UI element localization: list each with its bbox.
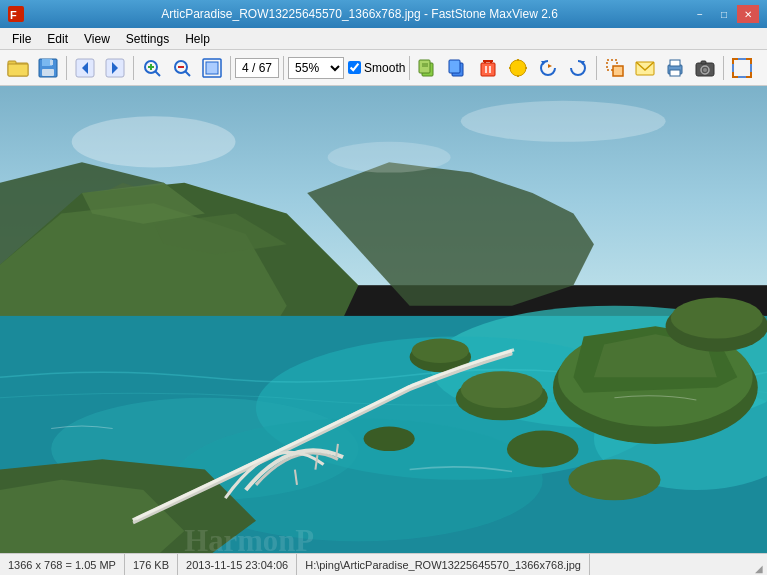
svg-rect-46 [670, 60, 680, 66]
open-folder-btn[interactable] [4, 54, 32, 82]
svg-point-79 [364, 427, 415, 452]
maximize-button[interactable]: □ [713, 5, 735, 23]
file-size: 176 KB [125, 554, 178, 575]
svg-point-86 [461, 101, 666, 142]
email-btn[interactable] [631, 54, 659, 82]
svg-text:F: F [10, 9, 17, 21]
rotate-right-btn[interactable] [564, 54, 592, 82]
save-btn[interactable] [34, 54, 62, 82]
smooth-label[interactable]: Smooth [364, 61, 405, 75]
menu-view[interactable]: View [76, 30, 118, 48]
title-bar: F ArticParadise_ROW13225645570_1366x768.… [0, 0, 767, 28]
svg-rect-52 [733, 59, 751, 77]
datetime: 2013-11-15 23:04:06 [178, 554, 297, 575]
svg-point-77 [507, 431, 579, 468]
svg-point-85 [72, 116, 236, 167]
zoom-dropdown[interactable]: 25% 33% 50% 55% 67% 75% 100% 150% 200% [288, 57, 344, 79]
image-area: HarmonP [0, 86, 767, 553]
svg-rect-7 [42, 69, 54, 76]
app-icon: F [8, 6, 24, 22]
svg-point-72 [671, 297, 763, 338]
image-display: HarmonP [0, 86, 767, 553]
minimize-button[interactable]: − [689, 5, 711, 23]
menu-bar: File Edit View Settings Help [0, 28, 767, 50]
svg-line-14 [155, 71, 160, 76]
resize-grip[interactable]: ◢ [755, 563, 767, 575]
status-bar: 1366 x 768 = 1.05 MP 176 KB 2013-11-15 2… [0, 553, 767, 575]
zoom-out-btn[interactable] [168, 54, 196, 82]
nav-counter: 4 / 67 [235, 58, 279, 78]
separator-7 [723, 56, 724, 80]
separator-5 [409, 56, 410, 80]
delete-btn[interactable] [474, 54, 502, 82]
window-title: ArticParadise_ROW13225645570_1366x768.jp… [30, 7, 689, 21]
svg-point-87 [328, 142, 451, 173]
smooth-checkbox[interactable] [348, 61, 361, 74]
menu-settings[interactable]: Settings [118, 30, 177, 48]
svg-point-78 [568, 459, 660, 500]
menu-file[interactable]: File [4, 30, 39, 48]
svg-point-76 [412, 338, 469, 363]
close-button[interactable]: ✕ [737, 5, 759, 23]
smooth-area: Smooth [348, 61, 405, 75]
svg-line-18 [185, 71, 190, 76]
menu-help[interactable]: Help [177, 30, 218, 48]
rotate-left-btn[interactable] [534, 54, 562, 82]
separator-4 [283, 56, 284, 80]
move-btn[interactable] [444, 54, 472, 82]
separator-3 [230, 56, 231, 80]
print-btn[interactable] [661, 54, 689, 82]
zoom-in-btn[interactable] [138, 54, 166, 82]
fullscreen-btn[interactable] [728, 54, 756, 82]
next-btn[interactable] [101, 54, 129, 82]
svg-rect-21 [206, 62, 218, 74]
separator-2 [133, 56, 134, 80]
svg-marker-40 [548, 64, 552, 68]
svg-rect-28 [481, 63, 495, 76]
svg-text:HarmonP: HarmonP [184, 524, 314, 553]
svg-point-50 [703, 68, 707, 72]
svg-rect-47 [670, 70, 680, 76]
svg-rect-51 [701, 61, 706, 64]
file-path: H:\ping\ArticParadise_ROW13225645570_136… [297, 554, 590, 575]
window-controls: − □ ✕ [689, 5, 759, 23]
svg-rect-27 [449, 60, 460, 73]
image-dimensions: 1366 x 768 = 1.05 MP [8, 554, 125, 575]
separator-6 [596, 56, 597, 80]
fit-btn[interactable] [198, 54, 226, 82]
copy-btn[interactable] [414, 54, 442, 82]
toolbar: 4 / 67 25% 33% 50% 55% 67% 75% 100% 150%… [0, 50, 767, 86]
svg-rect-4 [8, 64, 28, 76]
svg-point-74 [461, 371, 543, 408]
svg-rect-43 [613, 66, 623, 76]
resize-btn[interactable] [601, 54, 629, 82]
prev-btn[interactable] [71, 54, 99, 82]
menu-edit[interactable]: Edit [39, 30, 76, 48]
color-btn[interactable] [504, 54, 532, 82]
svg-point-34 [510, 60, 526, 76]
screenshot-btn[interactable] [691, 54, 719, 82]
svg-rect-8 [50, 60, 53, 65]
separator-1 [66, 56, 67, 80]
